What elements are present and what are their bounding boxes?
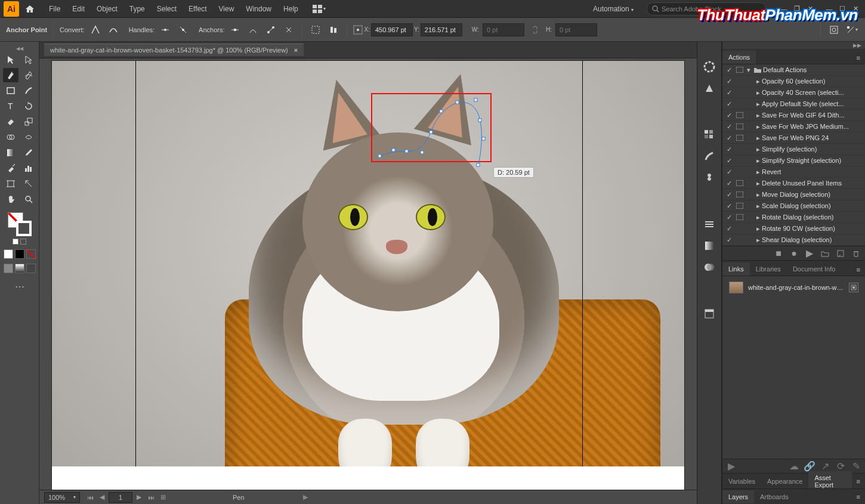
- caret-right-icon[interactable]: ▸: [755, 157, 762, 165]
- arrange-documents-icon[interactable]: ▾: [310, 5, 328, 13]
- action-row[interactable]: ✓▸Scale Dialog (selection): [722, 200, 865, 212]
- dialog-toggle-icon[interactable]: [734, 135, 745, 141]
- document-info-tab[interactable]: Document Info: [787, 262, 842, 276]
- color-panel-icon[interactable]: [701, 58, 718, 75]
- check-icon[interactable]: ✓: [724, 180, 734, 187]
- brushes-panel-icon[interactable]: [701, 148, 718, 165]
- new-set-icon[interactable]: [820, 248, 830, 259]
- symbol-sprayer-tool-icon[interactable]: [3, 161, 18, 175]
- frame-close-icon[interactable]: ✕: [804, 4, 816, 14]
- window-maximize-icon[interactable]: ☐: [836, 4, 848, 14]
- swap-fs-icon[interactable]: [20, 239, 26, 245]
- menu-type[interactable]: Type: [123, 2, 151, 16]
- anchors-add-icon[interactable]: [246, 23, 260, 37]
- check-icon[interactable]: ✓: [724, 191, 734, 199]
- caret-right-icon[interactable]: ▸: [755, 236, 762, 244]
- check-icon[interactable]: ✓: [724, 66, 734, 74]
- edit-original-icon[interactable]: ✎: [851, 461, 861, 472]
- swatches-panel-icon[interactable]: [701, 126, 718, 143]
- mid-panel-menu-icon[interactable]: ≡: [852, 475, 865, 487]
- paintbrush-tool-icon[interactable]: [21, 84, 36, 98]
- menu-file[interactable]: File: [43, 2, 66, 16]
- menu-object[interactable]: Object: [91, 2, 123, 16]
- check-icon[interactable]: ✓: [724, 202, 734, 210]
- action-row[interactable]: ✓▸Simplify (selection): [722, 144, 865, 155]
- action-row[interactable]: ✓▸Rotate Dialog (selection): [722, 212, 865, 223]
- check-icon[interactable]: ✓: [724, 100, 734, 108]
- home-icon[interactable]: [23, 2, 37, 16]
- hand-tool-icon[interactable]: [3, 192, 18, 206]
- dialog-toggle-icon[interactable]: [734, 67, 745, 73]
- check-icon[interactable]: ✓: [724, 89, 734, 97]
- convert-corner-icon[interactable]: [88, 23, 103, 37]
- caret-right-icon[interactable]: ▸: [755, 123, 762, 131]
- go-to-link-icon[interactable]: ↗: [820, 461, 830, 472]
- caret-right-icon[interactable]: ▸: [755, 225, 762, 233]
- action-row[interactable]: ✓▸Save For Web PNG 24: [722, 132, 865, 144]
- caret-right-icon[interactable]: ▸: [755, 191, 762, 199]
- link-wh-icon[interactable]: [528, 23, 542, 37]
- menu-help[interactable]: Help: [277, 2, 304, 16]
- links-panel-menu-icon[interactable]: ≡: [852, 264, 865, 276]
- window-minimize-icon[interactable]: ―: [823, 4, 835, 14]
- caret-right-icon[interactable]: ▸: [755, 214, 762, 221]
- stroke-panel-icon[interactable]: [701, 216, 718, 233]
- libraries-tab[interactable]: Libraries: [750, 262, 787, 276]
- action-row[interactable]: ✓▸Delete Unused Panel Items: [722, 178, 865, 189]
- options-extra2-icon[interactable]: ▾: [845, 23, 859, 37]
- dialog-toggle-icon[interactable]: [734, 180, 745, 186]
- fill-stroke-swatch[interactable]: [8, 212, 32, 236]
- artboard-tool-icon[interactable]: [3, 177, 18, 191]
- menu-view[interactable]: View: [213, 2, 240, 16]
- action-row[interactable]: ✓▸Simplify Straight (selection): [722, 155, 865, 166]
- anchors-remove-icon[interactable]: [228, 23, 242, 37]
- rectangle-tool-icon[interactable]: [3, 84, 18, 98]
- artboard-number[interactable]: 1: [109, 492, 132, 503]
- artboards-tab[interactable]: Artboards: [754, 490, 795, 503]
- width-tool-icon[interactable]: [21, 130, 36, 144]
- action-row[interactable]: ✓▸Revert: [722, 166, 865, 178]
- caret-right-icon[interactable]: ▸: [755, 146, 762, 153]
- menu-edit[interactable]: Edit: [66, 2, 91, 16]
- next-artboard-icon[interactable]: ▶: [134, 492, 144, 503]
- action-row[interactable]: ✓▸Opacity 60 (selection): [722, 76, 865, 87]
- zoom-field[interactable]: 100%▾: [44, 492, 80, 503]
- window-close-icon[interactable]: ✕: [849, 4, 861, 14]
- edit-toolbar-icon[interactable]: ⋯: [12, 279, 27, 293]
- check-icon[interactable]: ✓: [724, 157, 734, 165]
- prev-artboard-icon[interactable]: ◀: [97, 492, 107, 503]
- automation-menu[interactable]: Automation ▾: [587, 2, 640, 16]
- last-artboard-icon[interactable]: ⏭: [146, 492, 156, 503]
- action-row[interactable]: ✓▸Save For Web GIF 64 Dith...: [722, 110, 865, 121]
- menu-effect[interactable]: Effect: [183, 2, 212, 16]
- rotate-tool-icon[interactable]: [21, 99, 36, 113]
- anchors-cut-icon[interactable]: [282, 23, 296, 37]
- link-row[interactable]: white-and-gray-cat-in-brown-wo...: [726, 280, 861, 295]
- stop-action-icon[interactable]: ■: [773, 248, 784, 259]
- bottom-panel-menu-icon[interactable]: ≡: [852, 491, 865, 503]
- handles-show-icon[interactable]: [158, 23, 172, 37]
- actions-list[interactable]: ✓ ▾ Default Actions ✓▸Opacity 60 (select…: [722, 64, 865, 246]
- dialog-toggle-icon[interactable]: [734, 112, 745, 118]
- screen-mode2-icon[interactable]: [15, 264, 24, 273]
- toolbox-collapse-icon[interactable]: ◀◀: [2, 45, 38, 51]
- panels-collapse-icon[interactable]: ▶▶: [853, 42, 861, 48]
- draw-normal-icon[interactable]: [4, 249, 13, 259]
- dialog-toggle-icon[interactable]: [734, 214, 745, 220]
- options-extra1-icon[interactable]: [827, 23, 841, 37]
- screen-mode3-icon[interactable]: [26, 264, 36, 273]
- gradient-tool-icon[interactable]: [3, 146, 18, 160]
- caret-right-icon[interactable]: ▸: [755, 134, 762, 142]
- record-action-icon[interactable]: ●: [789, 248, 799, 259]
- symbols-panel-icon[interactable]: [701, 169, 718, 186]
- selection-tool-icon[interactable]: [3, 52, 18, 67]
- new-action-icon[interactable]: [835, 248, 846, 259]
- action-row[interactable]: ✓▸Save For Web JPG Medium...: [722, 121, 865, 132]
- actions-panel-menu-icon[interactable]: ≡: [852, 52, 865, 64]
- check-icon[interactable]: ✓: [724, 146, 734, 153]
- close-tab-icon[interactable]: ×: [294, 47, 298, 54]
- zoom-tool-icon[interactable]: [21, 192, 36, 206]
- search-stock-input[interactable]: Search Adobe Stock: [647, 2, 766, 16]
- caret-right-icon[interactable]: ▸: [755, 89, 762, 97]
- color-guide-panel-icon[interactable]: [701, 80, 718, 97]
